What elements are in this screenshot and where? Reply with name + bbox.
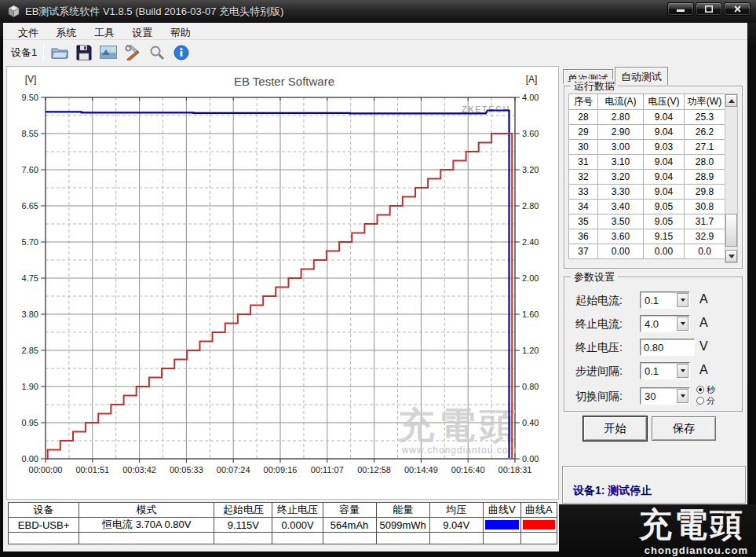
- status-text: 设备1: 测试停止: [573, 484, 652, 498]
- run-data-row[interactable]: 292.909.0426.2: [569, 125, 725, 140]
- end-current-combo[interactable]: 4.0: [640, 315, 690, 332]
- x-tick-label: 00:00:00: [29, 465, 63, 475]
- seconds-radio[interactable]: [696, 386, 704, 394]
- settings-tools-button[interactable]: [122, 42, 144, 63]
- end-current-dropdown-button[interactable]: [677, 317, 688, 331]
- chart-watermark-url: www.chongdiantou.com: [401, 445, 517, 456]
- minutes-radio-row[interactable]: 分: [696, 395, 715, 406]
- summary-cell: 5099mWh: [376, 518, 429, 533]
- start-current-unit: A: [699, 292, 708, 306]
- run-data-group-title: 运行数据: [571, 79, 618, 93]
- run-data-row[interactable]: 323.209.0428.9: [569, 170, 725, 185]
- menu-tools[interactable]: 工具: [87, 24, 122, 40]
- menu-system[interactable]: 系统: [49, 24, 83, 40]
- switch-interval-combo[interactable]: 30: [640, 387, 690, 405]
- summary-col-header: 容量: [323, 503, 376, 518]
- y-left-tick-label: 5.70: [22, 237, 38, 247]
- run-data-row[interactable]: 353.509.0531.7: [569, 214, 725, 229]
- run-data-scrollbar[interactable]: [725, 93, 738, 263]
- close-button[interactable]: [724, 2, 751, 16]
- minutes-radio[interactable]: [696, 397, 704, 405]
- save-floppy-icon: [76, 45, 92, 60]
- menu-help[interactable]: 帮助: [163, 24, 198, 40]
- export-image-button[interactable]: [97, 42, 119, 63]
- run-data-row[interactable]: 343.409.0530.8: [569, 200, 725, 214]
- summary-cell: [520, 518, 557, 533]
- menu-bar: 文件 系统 工具 设置 帮助: [3, 24, 747, 40]
- run-data-cell: 9.04: [644, 110, 685, 125]
- run-data-col-header: 序号: [569, 94, 598, 110]
- step-interval-label: 步进间隔:: [575, 365, 623, 379]
- save-result-button[interactable]: 保存: [652, 416, 716, 441]
- start-current-dropdown-button[interactable]: [677, 293, 688, 307]
- step-interval-dropdown-button[interactable]: [677, 364, 688, 378]
- summary-col-header: 起始电压: [214, 503, 272, 518]
- run-data-row[interactable]: 303.009.0327.1: [569, 140, 725, 155]
- window-title: EB测试系统软件 V1.8.5 (Build 2016-03-07 充电头特别版…: [25, 5, 283, 19]
- scroll-up-button[interactable]: [725, 94, 737, 107]
- client-area: 文件 系统 工具 设置 帮助 设备1: [3, 23, 747, 552]
- run-data-cell: 34: [569, 200, 598, 214]
- end-voltage-input[interactable]: [640, 339, 695, 356]
- step-interval-combo[interactable]: 0.1: [640, 362, 690, 379]
- y-right-tick-label: 0.80: [522, 382, 539, 391]
- summary-col-header: 曲线V: [483, 503, 520, 518]
- run-data-cell: 35: [569, 214, 598, 229]
- summary-col-header: 终止电压: [272, 503, 323, 518]
- run-data-cell: 36: [569, 229, 598, 244]
- y-right-tick-label: 3.20: [522, 165, 539, 174]
- save-button[interactable]: [73, 42, 95, 63]
- title-bar[interactable]: EB测试系统软件 V1.8.5 (Build 2016-03-07 充电头特别版…: [0, 0, 756, 23]
- curve-v-swatch: [485, 520, 519, 530]
- run-data-cell: 37: [569, 244, 598, 259]
- summary-col-header: 设备: [9, 503, 79, 518]
- open-file-button[interactable]: [49, 42, 71, 63]
- device-tab-label[interactable]: 设备1: [11, 46, 37, 60]
- y-left-tick-label: 2.85: [22, 346, 38, 355]
- run-data-row[interactable]: 313.109.0428.0: [569, 155, 725, 170]
- param-row-switch-interval: 切换间隔: 30 秒 分: [564, 387, 742, 406]
- y-right-tick-label: 1.60: [522, 310, 539, 319]
- run-data-row[interactable]: 370.000.000.0: [569, 244, 725, 259]
- start-button[interactable]: 开始: [583, 416, 647, 441]
- start-current-label: 起始电流:: [575, 294, 623, 308]
- seconds-radio-row[interactable]: 秒: [696, 384, 715, 395]
- maximize-button[interactable]: [696, 2, 722, 16]
- run-data-cell: 3.50: [598, 214, 644, 229]
- switch-interval-dropdown-button[interactable]: [677, 389, 688, 403]
- parameters-group-title: 参数设置: [571, 270, 618, 284]
- status-panel: 设备1: 测试停止: [562, 466, 746, 504]
- app-window: EB测试系统软件 V1.8.5 (Build 2016-03-07 充电头特别版…: [0, 0, 756, 557]
- y-right-tick-label: 1.20: [522, 346, 539, 355]
- tab-auto-test[interactable]: 自动测试: [615, 67, 668, 85]
- run-data-row[interactable]: 363.609.1532.9: [569, 229, 725, 244]
- run-data-cell: 31.7: [685, 214, 725, 229]
- corner-watermark-url: chongdiantou.com: [645, 544, 748, 556]
- menu-file[interactable]: 文件: [11, 24, 46, 40]
- run-data-row[interactable]: 282.809.0425.3: [569, 110, 725, 125]
- minimize-button[interactable]: [667, 2, 694, 16]
- start-current-combo[interactable]: 0.1: [640, 291, 690, 309]
- scroll-down-button[interactable]: [725, 250, 737, 262]
- image-icon: [100, 46, 117, 59]
- end-current-unit: A: [699, 316, 708, 330]
- x-tick-label: 00:12:58: [357, 465, 391, 475]
- end-current-label: 终止电流:: [575, 317, 623, 332]
- scrollbar-thumb[interactable]: [725, 214, 737, 247]
- app-icon: [7, 5, 20, 18]
- run-data-cell: 3.20: [598, 170, 644, 185]
- menu-settings[interactable]: 设置: [125, 24, 159, 40]
- zoom-button[interactable]: [146, 42, 168, 63]
- chart-watermark-text: 充電頭: [397, 405, 520, 445]
- maximize-icon: [705, 5, 713, 13]
- end-current-value: 4.0: [645, 318, 659, 330]
- summary-empty-cell: [79, 533, 214, 544]
- chart-panel: 9.504.008.553.607.603.206.652.805.702.40…: [6, 66, 559, 500]
- summary-cell: 恒电流 3.70A 0.80V: [79, 518, 214, 533]
- curve-a-swatch: [523, 520, 555, 530]
- y-right-tick-label: 2.40: [522, 237, 539, 247]
- run-data-col-header: 电压(V): [644, 94, 685, 110]
- info-button[interactable]: [170, 42, 192, 63]
- run-data-row[interactable]: 333.309.0429.8: [569, 185, 725, 200]
- magnifier-icon: [149, 45, 165, 60]
